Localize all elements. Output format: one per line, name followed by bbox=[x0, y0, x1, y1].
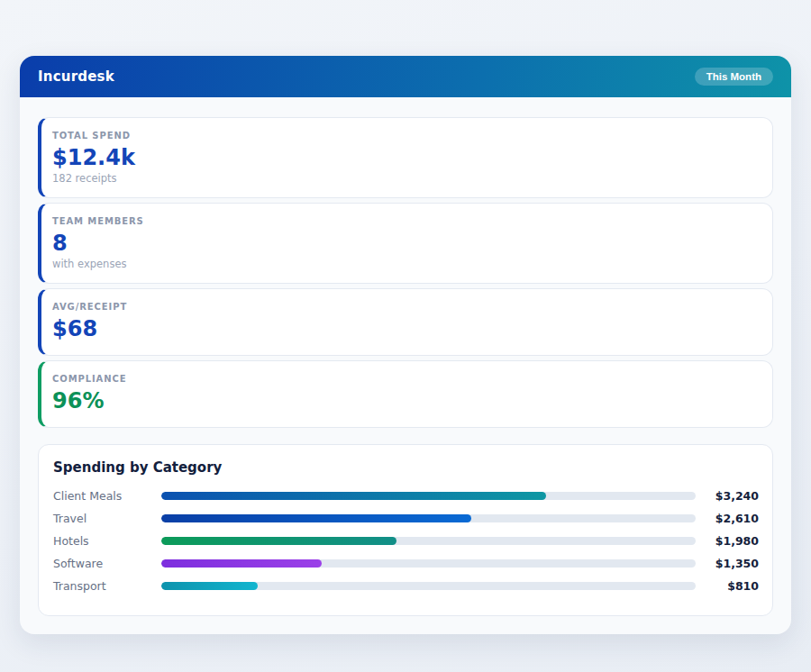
stat-subtext: 182 receipts bbox=[52, 172, 758, 186]
dashboard-card: Incurdesk This Month TOTAL SPEND $12.4k … bbox=[20, 56, 791, 634]
category-bar-fill bbox=[161, 582, 258, 590]
category-bar-track bbox=[161, 582, 696, 590]
stat-card-compliance: COMPLIANCE 96% bbox=[38, 360, 773, 428]
stat-label: AVG/RECEIPT bbox=[52, 301, 758, 313]
category-row-software: Software $1,350 bbox=[53, 552, 759, 575]
stat-label: TEAM MEMBERS bbox=[52, 215, 758, 228]
category-label: Travel bbox=[53, 512, 161, 525]
category-row-client-meals: Client Meals $3,240 bbox=[53, 485, 759, 507]
category-label: Transport bbox=[53, 579, 161, 593]
app-title: Incurdesk bbox=[38, 68, 114, 85]
stat-subtext: with expenses bbox=[52, 258, 758, 271]
category-value: $810 bbox=[696, 579, 759, 593]
stat-label: TOTAL SPEND bbox=[52, 130, 758, 142]
stat-value: $12.4k bbox=[52, 145, 758, 170]
category-bar-track bbox=[161, 514, 696, 522]
stat-label: COMPLIANCE bbox=[52, 373, 758, 386]
stat-value: $68 bbox=[52, 316, 758, 341]
category-row-transport: Transport $810 bbox=[53, 575, 759, 597]
category-label: Client Meals bbox=[53, 489, 161, 503]
category-value: $1,980 bbox=[696, 534, 759, 548]
category-bar-track bbox=[161, 492, 696, 500]
category-bar-track bbox=[161, 559, 696, 568]
stat-card-team-members: TEAM MEMBERS 8 with expenses bbox=[38, 203, 773, 284]
app-header: Incurdesk This Month bbox=[20, 56, 791, 97]
category-value: $3,240 bbox=[696, 489, 759, 503]
period-badge[interactable]: This Month bbox=[695, 68, 773, 86]
category-bar-fill bbox=[161, 492, 546, 500]
dashboard-content: TOTAL SPEND $12.4k 182 receipts TEAM MEM… bbox=[20, 97, 791, 634]
category-row-travel: Travel $2,610 bbox=[53, 507, 759, 530]
category-label: Hotels bbox=[53, 534, 161, 548]
category-bar-fill bbox=[161, 537, 396, 545]
category-value: $2,610 bbox=[696, 512, 759, 525]
stat-card-avg-receipt: AVG/RECEIPT $68 bbox=[38, 288, 773, 356]
category-bar-fill bbox=[161, 514, 471, 522]
stat-value: 96% bbox=[52, 388, 758, 413]
category-value: $1,350 bbox=[696, 557, 759, 570]
category-label: Software bbox=[53, 557, 161, 570]
stat-value: 8 bbox=[52, 231, 758, 256]
category-row-hotels: Hotels $1,980 bbox=[53, 530, 759, 552]
category-bar-track bbox=[161, 537, 696, 545]
stat-card-total-spend: TOTAL SPEND $12.4k 182 receipts bbox=[38, 117, 773, 198]
category-bar-fill bbox=[161, 559, 322, 568]
spending-card-title: Spending by Category bbox=[53, 459, 759, 476]
spending-by-category-card: Spending by Category Client Meals $3,240… bbox=[38, 444, 773, 616]
